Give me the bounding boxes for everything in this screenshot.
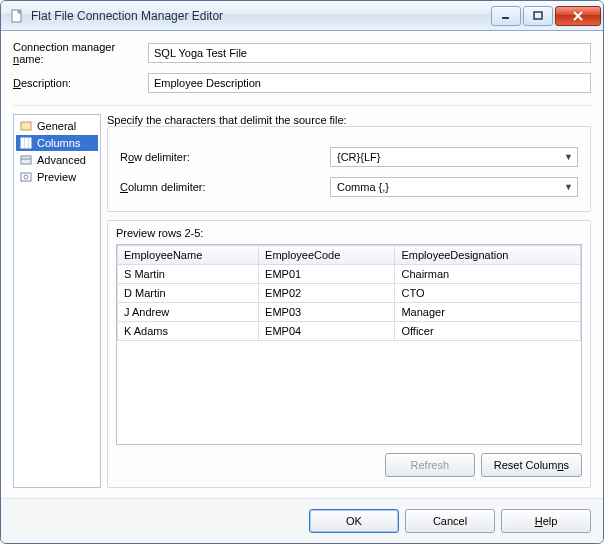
sidebar-item-label: Preview [37, 171, 76, 183]
cancel-button[interactable]: Cancel [405, 509, 495, 533]
sidebar-item-general[interactable]: General [16, 118, 98, 134]
cell: K Adams [118, 322, 259, 341]
refresh-button[interactable]: Refresh [385, 453, 475, 477]
column-delimiter-label: Column delimiter: [120, 181, 330, 193]
svg-rect-7 [25, 138, 28, 148]
column-delimiter-row: Column delimiter: Comma {,} ▼ [120, 177, 578, 197]
general-icon [19, 119, 33, 133]
col-header[interactable]: EmployeeCode [259, 246, 395, 265]
preview-label: Preview rows 2-5: [116, 227, 582, 239]
preview-group: Preview rows 2-5: EmployeeName EmployeeC… [107, 220, 591, 488]
cell: EMP01 [259, 265, 395, 284]
file-icon [9, 8, 25, 24]
table-row[interactable]: D Martin EMP02 CTO [118, 284, 581, 303]
preview-icon [19, 170, 33, 184]
col-header[interactable]: EmployeeDesignation [395, 246, 581, 265]
titlebar: Flat File Connection Manager Editor [1, 1, 603, 31]
cell: Manager [395, 303, 581, 322]
cell: Chairman [395, 265, 581, 284]
advanced-icon [19, 153, 33, 167]
column-delimiter-combo[interactable]: Comma {,} ▼ [330, 177, 578, 197]
row-delimiter-combo[interactable]: {CR}{LF} ▼ [330, 147, 578, 167]
svg-rect-6 [21, 138, 24, 148]
reset-columns-button[interactable]: Reset Columns [481, 453, 582, 477]
preview-buttons: Refresh Reset Columns [116, 453, 582, 477]
cell: D Martin [118, 284, 259, 303]
maximize-button[interactable] [523, 6, 553, 26]
window-controls [489, 6, 601, 26]
dialog-window: Flat File Connection Manager Editor Conn… [0, 0, 604, 544]
close-button[interactable] [555, 6, 601, 26]
connection-name-input[interactable] [148, 43, 591, 63]
dialog-button-bar: OK Cancel Help [1, 498, 603, 543]
sidebar: General Columns Advanced Preview [13, 114, 101, 488]
sidebar-item-advanced[interactable]: Advanced [16, 152, 98, 168]
sidebar-item-label: General [37, 120, 76, 132]
svg-rect-11 [21, 173, 31, 181]
help-button[interactable]: Help [501, 509, 591, 533]
table-row[interactable]: K Adams EMP04 Officer [118, 322, 581, 341]
cell: S Martin [118, 265, 259, 284]
cell: EMP03 [259, 303, 395, 322]
table-row[interactable]: S Martin EMP01 Chairman [118, 265, 581, 284]
window-title: Flat File Connection Manager Editor [31, 9, 489, 23]
description-row: Description: [13, 73, 591, 93]
cell: Officer [395, 322, 581, 341]
client-area: Connection manager name: Description: Ge… [1, 31, 603, 498]
preview-table: EmployeeName EmployeeCode EmployeeDesign… [117, 245, 581, 341]
sidebar-item-preview[interactable]: Preview [16, 169, 98, 185]
col-header[interactable]: EmployeeName [118, 246, 259, 265]
connection-name-label: Connection manager name: [13, 41, 148, 65]
row-delimiter-value: {CR}{LF} [337, 151, 380, 163]
table-header-row: EmployeeName EmployeeCode EmployeeDesign… [118, 246, 581, 265]
mid-area: General Columns Advanced Preview Specify… [13, 114, 591, 488]
delimiter-group: Row delimiter: {CR}{LF} ▼ Column delimit… [107, 126, 591, 212]
divider [13, 105, 591, 106]
connection-name-row: Connection manager name: [13, 41, 591, 65]
cell: CTO [395, 284, 581, 303]
description-label: Description: [13, 77, 148, 89]
chevron-down-icon: ▼ [564, 152, 573, 162]
row-delimiter-row: Row delimiter: {CR}{LF} ▼ [120, 147, 578, 167]
chevron-down-icon: ▼ [564, 182, 573, 192]
svg-rect-2 [534, 12, 542, 19]
svg-rect-5 [21, 122, 31, 130]
cell: EMP02 [259, 284, 395, 303]
sidebar-item-label: Advanced [37, 154, 86, 166]
preview-table-container: EmployeeName EmployeeCode EmployeeDesign… [116, 244, 582, 445]
columns-icon [19, 136, 33, 150]
cell: J Andrew [118, 303, 259, 322]
ok-button[interactable]: OK [309, 509, 399, 533]
delimiter-heading: Specify the characters that delimit the … [107, 114, 591, 126]
table-row[interactable]: J Andrew EMP03 Manager [118, 303, 581, 322]
row-delimiter-label: Row delimiter: [120, 151, 330, 163]
description-input[interactable] [148, 73, 591, 93]
minimize-button[interactable] [491, 6, 521, 26]
svg-rect-9 [21, 156, 31, 164]
main-panel: Specify the characters that delimit the … [107, 114, 591, 488]
cell: EMP04 [259, 322, 395, 341]
sidebar-item-columns[interactable]: Columns [16, 135, 98, 151]
svg-rect-8 [29, 138, 31, 148]
sidebar-item-label: Columns [37, 137, 80, 149]
column-delimiter-value: Comma {,} [337, 181, 389, 193]
